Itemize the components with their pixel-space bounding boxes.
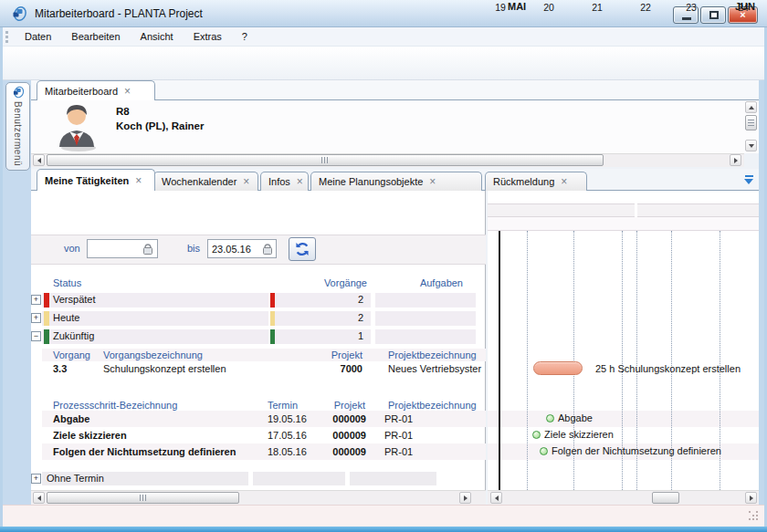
ohne-termin-cell[interactable] xyxy=(253,472,345,485)
gantt-today-line xyxy=(499,231,500,490)
expand-toggle[interactable]: + xyxy=(31,313,41,323)
vorgaenge-count: 2 xyxy=(358,312,363,323)
window-edge-bottom xyxy=(0,527,767,532)
gantt-row-stripe xyxy=(488,411,759,427)
gantt-scroll-right[interactable] xyxy=(745,492,757,504)
ohne-termin-cell[interactable] xyxy=(350,472,436,485)
status-row-cell[interactable]: 1 xyxy=(270,329,371,344)
menubar: Daten Bearbeiten Ansicht Extras ? xyxy=(0,27,767,47)
milestone-icon[interactable] xyxy=(532,431,541,439)
resize-grip-icon[interactable] xyxy=(749,511,760,522)
menu-daten[interactable]: Daten xyxy=(15,27,61,47)
termin-value: 19.05.16 xyxy=(268,413,307,424)
status-row-cell[interactable]: 2 xyxy=(270,293,371,308)
day-label: 24 xyxy=(731,2,755,13)
tab-wochenkalender[interactable]: Wochenkalender × xyxy=(153,172,258,191)
user-hscroll-thumb[interactable] xyxy=(47,154,604,166)
col-projektbezeichnung[interactable]: Projektbezeichnung xyxy=(388,349,477,360)
projekt-id-link[interactable]: 000009 xyxy=(306,446,366,457)
col-projekt[interactable]: Projekt xyxy=(301,349,362,360)
maximize-icon xyxy=(709,11,719,19)
ohne-termin-cell[interactable]: Ohne Termin xyxy=(42,472,248,485)
table-scroll-right[interactable] xyxy=(459,492,471,504)
tab-mitarbeiterboard[interactable]: Mitarbeiterboard × xyxy=(37,80,155,100)
status-row-cell[interactable]: 2 xyxy=(270,311,371,326)
tab-rueckmeldung[interactable]: Rückmeldung × xyxy=(485,172,587,191)
projekt-id-link[interactable]: 000009 xyxy=(306,430,366,441)
termin-value: 17.05.16 xyxy=(268,430,307,441)
bis-calendar-icon[interactable] xyxy=(261,243,274,256)
benutzermenu-tab[interactable]: Benutzermenü xyxy=(5,82,30,171)
month-segment-gap xyxy=(635,203,637,217)
milestone-icon[interactable] xyxy=(546,414,554,422)
status-color-bar xyxy=(270,293,275,308)
tab-close-icon[interactable]: × xyxy=(243,177,249,186)
tab-meine-planungsobjekte[interactable]: Meine Planungsobjekte × xyxy=(310,172,482,191)
col-status[interactable]: Status xyxy=(53,277,81,288)
status-row-label: Zukünftig xyxy=(53,330,94,341)
user-scroll-down[interactable] xyxy=(745,140,757,151)
expand-toggle[interactable]: − xyxy=(31,331,41,341)
von-calendar-icon[interactable] xyxy=(142,243,154,256)
window-edge-left xyxy=(0,27,3,527)
prozessschritt-link[interactable]: Ziele skizzieren xyxy=(53,430,127,441)
user-scroll-left[interactable] xyxy=(33,154,45,166)
app-window: Mitarbeiterboard - PLANTA Project × Date… xyxy=(0,0,767,532)
col-vorgang[interactable]: Vorgang xyxy=(53,349,90,360)
tab-infos[interactable]: Infos × xyxy=(260,172,309,191)
menu-bearbeiten[interactable]: Bearbeiten xyxy=(61,27,130,47)
toolbar: Project PLANTA xyxy=(0,47,767,80)
menu-ansicht[interactable]: Ansicht xyxy=(131,27,184,47)
day-label: 19 xyxy=(489,2,512,13)
gantt-scroll-left[interactable] xyxy=(490,492,502,504)
tab-close-icon[interactable]: × xyxy=(124,87,131,96)
col-projektbezeichnung[interactable]: Projektbezeichnung xyxy=(388,400,477,411)
status-row-cell[interactable] xyxy=(375,293,476,308)
status-color-bar xyxy=(44,329,49,344)
tab-close-icon[interactable]: × xyxy=(429,177,436,186)
tab-close-icon[interactable]: × xyxy=(297,177,303,186)
table-hscroll-thumb[interactable] xyxy=(47,492,239,504)
table-scroll-left[interactable] xyxy=(33,492,45,504)
menu-help[interactable]: ? xyxy=(232,27,257,47)
prozessschritt-link[interactable]: Abgabe xyxy=(53,413,89,424)
expand-toggle[interactable]: + xyxy=(31,474,41,484)
status-row-cell[interactable]: Heute xyxy=(42,311,268,326)
filter-refresh-button[interactable] xyxy=(289,237,316,261)
projekt-id-link[interactable]: 000009 xyxy=(306,413,366,424)
user-scroll-right[interactable] xyxy=(730,154,741,166)
vorgaenge-count: 2 xyxy=(358,294,363,305)
col-vorgaenge[interactable]: Vorgänge xyxy=(274,277,367,288)
col-termin[interactable]: Termin xyxy=(268,400,298,411)
status-row-cell[interactable] xyxy=(375,329,476,344)
gantt-task-bar[interactable] xyxy=(533,361,583,375)
col-aufgaben[interactable]: Aufgaben xyxy=(370,277,463,288)
row-stripe xyxy=(42,411,486,427)
menubar-grip[interactable] xyxy=(5,31,8,43)
panel-chevron-down-icon[interactable] xyxy=(742,175,755,186)
status-row-label: Verspätet xyxy=(53,294,95,305)
refresh-icon xyxy=(294,241,310,257)
menu-extras[interactable]: Extras xyxy=(184,27,232,47)
status-row-cell[interactable]: Zukünftig xyxy=(42,329,268,344)
col-prozessschritt[interactable]: Prozessschritt-Bezeichnung xyxy=(53,400,177,411)
tab-meine-taetigkeiten[interactable]: Meine Tätigkeiten × xyxy=(37,169,155,191)
prozessschritt-link[interactable]: Folgen der Nichtumsetzung definieren xyxy=(53,446,236,457)
status-row-cell[interactable] xyxy=(375,311,476,326)
milestone-icon[interactable] xyxy=(540,447,548,455)
user-scroll-up[interactable] xyxy=(745,101,757,113)
tab-label: Wochenkalender xyxy=(162,176,236,187)
status-color-bar xyxy=(270,329,275,344)
maximize-button[interactable] xyxy=(700,6,726,24)
vorgang-id-link[interactable]: 3.3 xyxy=(53,363,67,374)
col-vorgangsbezeichnung[interactable]: Vorgangsbezeichnung xyxy=(103,349,203,360)
expand-toggle[interactable]: + xyxy=(31,295,41,305)
user-vscroll-thumb[interactable] xyxy=(745,115,757,130)
col-projekt[interactable]: Projekt xyxy=(306,400,365,411)
projekt-id-link[interactable]: 7000 xyxy=(301,363,362,374)
tab-close-icon[interactable]: × xyxy=(561,177,567,186)
tab-close-icon[interactable]: × xyxy=(135,176,142,185)
user-avatar-icon xyxy=(55,102,99,151)
status-row-cell[interactable]: Verspätet xyxy=(42,293,268,308)
gantt-hscroll-thumb[interactable] xyxy=(652,492,679,504)
